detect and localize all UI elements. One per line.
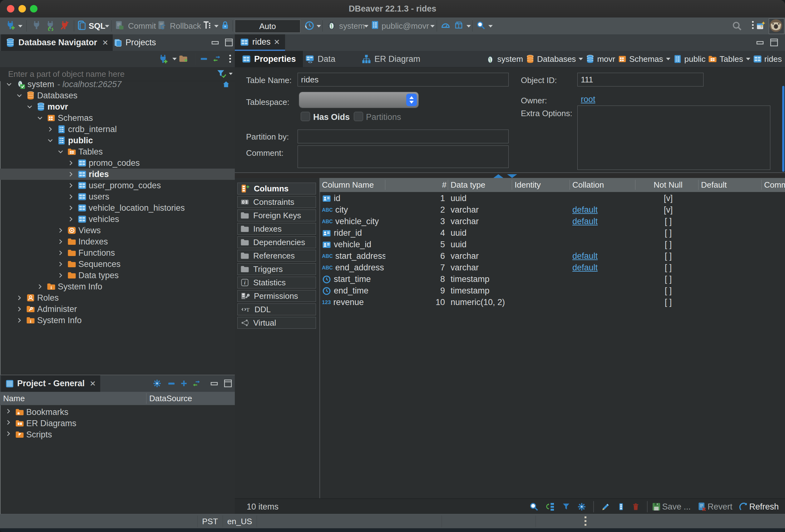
- new-window-icon[interactable]: [756, 20, 766, 31]
- refresh-button[interactable]: Refresh: [749, 502, 779, 512]
- side-tab-triggers[interactable]: Triggers: [237, 263, 316, 275]
- rollback-button[interactable]: Rollback: [170, 18, 201, 34]
- tree-collapse-icon[interactable]: [4, 80, 14, 89]
- tree-expand-icon[interactable]: [66, 170, 76, 179]
- breadcrumb-item-schemas[interactable]: Schemas: [618, 54, 670, 64]
- link-with-editor-icon[interactable]: [212, 54, 222, 64]
- cell-not-null[interactable]: [ ]: [635, 286, 699, 296]
- auto-commit-selector[interactable]: Auto: [235, 20, 300, 33]
- tree-expand-icon[interactable]: [15, 304, 24, 314]
- tree-collapse-icon[interactable]: [46, 136, 55, 145]
- tab-project-general[interactable]: Project - General ✕: [1, 375, 100, 392]
- menu-dots-icon[interactable]: [228, 54, 232, 64]
- grid-row-end_address[interactable]: ABCend_address7varchardefault[ ]: [320, 262, 785, 274]
- column-header-name[interactable]: Name: [3, 394, 25, 403]
- cell-ordinal[interactable]: 6: [385, 251, 448, 261]
- tree-item-sequences[interactable]: Sequences: [0, 258, 235, 270]
- tree-expand-icon[interactable]: [46, 125, 55, 134]
- tab-er-diagram[interactable]: ER Diagram: [354, 51, 427, 67]
- maximize-panel-icon[interactable]: [224, 39, 233, 46]
- tree-item-data-types[interactable]: Data types: [0, 270, 235, 281]
- caret-down-icon[interactable]: [746, 58, 750, 60]
- breadcrumb-item-public[interactable]: public: [673, 54, 706, 64]
- reconnect-icon[interactable]: [45, 20, 56, 31]
- tree-item-roles[interactable]: Roles: [0, 292, 235, 303]
- grid-row-vehicle_city[interactable]: ABCvehicle_city3varchardefault[ ]: [320, 216, 785, 227]
- cell-data-type[interactable]: varchar: [448, 205, 512, 215]
- filter-icon[interactable]: [561, 502, 571, 511]
- tree-expand-icon[interactable]: [4, 407, 12, 417]
- tree-item-users[interactable]: users: [0, 191, 235, 202]
- tree-collapse-icon[interactable]: [56, 147, 65, 156]
- tab-database-navigator[interactable]: Database Navigator ✕: [1, 34, 113, 51]
- table-name-input[interactable]: [298, 73, 509, 86]
- tree-item-system[interactable]: system - localhost:26257: [0, 79, 235, 90]
- connection-bug-icon[interactable]: [327, 20, 337, 30]
- cell-ordinal[interactable]: 10: [385, 298, 448, 307]
- project-item-er-diagrams[interactable]: ER Diagrams: [0, 418, 235, 429]
- tree-item-crdb-internal[interactable]: crdb_internal: [0, 124, 235, 135]
- cell-collation[interactable]: default: [570, 205, 635, 215]
- tree-item-promo-codes[interactable]: promo_codes: [0, 157, 235, 169]
- cell-column-name[interactable]: ABCvehicle_city: [320, 217, 385, 226]
- side-tab-foreign-keys[interactable]: Foreign Keys: [237, 209, 316, 221]
- side-tab-constraints[interactable]: Constraints: [237, 196, 316, 208]
- sql-editor-button[interactable]: SQL: [89, 18, 105, 34]
- manage-columns-icon[interactable]: [617, 502, 625, 512]
- extra-options-textarea[interactable]: [577, 105, 770, 170]
- revert-button[interactable]: Revert: [708, 502, 733, 512]
- tree-expand-icon[interactable]: [35, 282, 45, 291]
- caret-down-icon[interactable]: [466, 25, 471, 27]
- cell-data-type[interactable]: timestamp: [448, 274, 512, 284]
- grid-row-start_address[interactable]: ABCstart_address6varchardefault[ ]: [320, 250, 785, 262]
- cell-not-null[interactable]: [ ]: [635, 298, 699, 307]
- cell-column-name[interactable]: id: [320, 194, 385, 203]
- cell-not-null[interactable]: [ ]: [635, 274, 699, 284]
- home-icon[interactable]: [222, 80, 230, 88]
- cell-not-null[interactable]: [ ]: [635, 217, 699, 226]
- tree-expand-icon[interactable]: [56, 237, 65, 246]
- collapse-all-icon[interactable]: [167, 380, 176, 387]
- breadcrumb-item-tables[interactable]: Tables: [708, 54, 750, 64]
- tab-rides-editor[interactable]: rides ✕: [235, 34, 285, 51]
- edit-pencil-icon[interactable]: [601, 502, 611, 512]
- project-item-scripts[interactable]: Scripts: [0, 429, 235, 440]
- tree-expand-icon[interactable]: [66, 192, 76, 201]
- cell-data-type[interactable]: uuid: [448, 194, 512, 203]
- caret-down-icon[interactable]: [430, 25, 435, 27]
- delete-icon[interactable]: [631, 502, 640, 512]
- link-editor-icon[interactable]: [192, 380, 201, 387]
- caret-down-icon[interactable]: [488, 25, 493, 27]
- column-header-datasource[interactable]: DataSource: [149, 394, 192, 403]
- transaction-mode-history-icon[interactable]: [304, 20, 315, 31]
- caret-down-icon[interactable]: [172, 58, 177, 60]
- cell-collation[interactable]: default: [570, 251, 635, 261]
- tree-item-indexes[interactable]: Indexes: [0, 236, 235, 247]
- collation-default-link[interactable]: default: [572, 217, 598, 226]
- cell-data-type[interactable]: timestamp: [448, 286, 512, 296]
- cell-column-name[interactable]: ABCstart_address: [320, 251, 385, 261]
- minimize-panel-icon[interactable]: [211, 39, 220, 46]
- tab-projects[interactable]: Projects: [109, 34, 160, 51]
- tree-expand-icon[interactable]: [56, 226, 65, 235]
- search-icon[interactable]: [476, 20, 486, 30]
- search-columns-icon[interactable]: [529, 502, 539, 512]
- cell-not-null[interactable]: [v]: [635, 194, 699, 203]
- grid-header-#[interactable]: #: [385, 180, 448, 190]
- breadcrumb-item-databases[interactable]: Databases: [526, 54, 583, 64]
- tree-collapse-icon[interactable]: [35, 113, 45, 123]
- cell-ordinal[interactable]: 7: [385, 263, 448, 273]
- cell-data-type[interactable]: uuid: [448, 240, 512, 250]
- cell-data-type[interactable]: varchar: [448, 263, 512, 273]
- compress-package-icon[interactable]: [454, 20, 463, 30]
- object-filter-input[interactable]: [7, 68, 202, 80]
- database-doc-icon[interactable]: [370, 20, 380, 30]
- revert-icon[interactable]: [697, 502, 707, 512]
- cell-data-type[interactable]: varchar: [448, 217, 512, 226]
- side-tab-ddl[interactable]: TDDL: [237, 303, 316, 315]
- tree-item-administer[interactable]: Administer: [0, 303, 235, 315]
- project-item-bookmarks[interactable]: Bookmarks: [0, 406, 235, 418]
- cell-not-null[interactable]: [ ]: [635, 240, 699, 250]
- close-window-button[interactable]: [7, 5, 15, 12]
- tree-expand-icon[interactable]: [66, 214, 76, 224]
